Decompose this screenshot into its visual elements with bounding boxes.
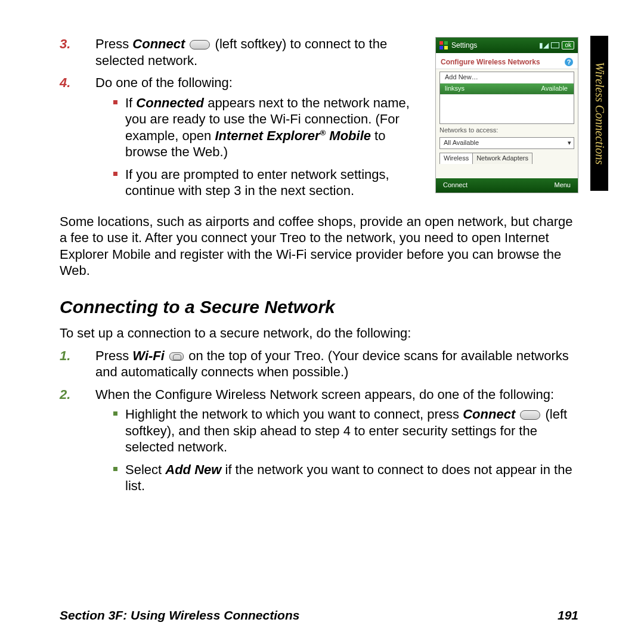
tab-network-adapters[interactable]: Network Adapters	[472, 153, 532, 164]
shot-title: Settings	[451, 41, 477, 50]
shot-title-bar: Settings ▮◢ ok	[436, 38, 578, 53]
windows-icon	[439, 41, 448, 49]
section-heading: Connecting to a Secure Network	[60, 296, 578, 318]
network-status: Available	[541, 85, 568, 93]
wifi-key-icon	[169, 352, 184, 361]
shot-tabs: Wireless Network Adapters	[439, 153, 574, 164]
secure-step-2-bullet-2: Select Add New if the network you want t…	[125, 462, 578, 494]
secure-step-2: 2. When the Configure Wireless Network s…	[95, 386, 578, 494]
secure-step-2-text: When the Configure Wireless Network scre…	[95, 387, 554, 402]
side-tab-label: Wireless Connections	[590, 36, 608, 191]
network-name: linksys	[445, 85, 465, 93]
secure-step-1: 1. Press Wi-Fi on the top of your Treo. …	[95, 348, 578, 380]
note-paragraph: Some locations, such as airports and cof…	[60, 213, 578, 279]
chevron-down-icon: ▾	[568, 139, 571, 147]
shot-subtitle-bar: Configure Wireless Networks ?	[436, 53, 578, 69]
secure-step-2-bullet-1: Highlight the network to which you want …	[125, 406, 578, 456]
footer-section: Section 3F: Using Wireless Connections	[60, 608, 299, 623]
list-item-selected[interactable]: linksys Available	[440, 83, 574, 95]
step-4-text: Do one of the following:	[95, 75, 233, 90]
softkey-icon	[190, 40, 210, 49]
combo-value: All Available	[444, 139, 479, 147]
step-4-bullet-2: If you are prompted to enter network set…	[125, 166, 423, 199]
network-list[interactable]: Add New… linksys Available	[439, 72, 574, 124]
step-3-number: 3.	[60, 36, 70, 52]
shot-subtitle: Configure Wireless Networks	[441, 58, 540, 67]
step-3: 3. Press Connect (left softkey) to conne…	[95, 36, 423, 69]
battery-icon	[551, 42, 559, 48]
secure-step-2-number: 2.	[60, 386, 70, 403]
step-4: 4. Do one of the following: If Connected…	[95, 75, 423, 199]
step-4-bullet-1: If Connected appears next to the network…	[125, 95, 423, 160]
softkey-left[interactable]: Connect	[443, 181, 467, 190]
shot-softkey-bar: Connect Menu	[436, 178, 578, 193]
step-3-text: Press Connect (left softkey) to connect …	[95, 36, 387, 68]
networks-access-combo[interactable]: All Available ▾	[439, 137, 574, 149]
footer-page-number: 191	[558, 608, 578, 623]
device-screenshot: Settings ▮◢ ok Configure Wireless Networ…	[435, 37, 578, 193]
help-icon[interactable]: ?	[565, 58, 573, 66]
networks-to-access-label: Networks to access:	[436, 126, 578, 135]
tab-wireless[interactable]: Wireless	[439, 153, 473, 164]
secure-step-1-text: Press Wi-Fi on the top of your Treo. (Yo…	[95, 348, 569, 380]
section-intro: To set up a connection to a secure netwo…	[60, 325, 578, 342]
secure-step-1-number: 1.	[60, 348, 70, 364]
step-4-number: 4.	[60, 75, 70, 91]
softkey-icon	[520, 410, 540, 420]
ok-button[interactable]: ok	[562, 41, 574, 49]
page-footer: Section 3F: Using Wireless Connections 1…	[60, 608, 578, 623]
softkey-right[interactable]: Menu	[554, 181, 571, 190]
signal-icon: ▮◢	[539, 41, 549, 50]
list-item-add-new[interactable]: Add New…	[440, 72, 574, 83]
